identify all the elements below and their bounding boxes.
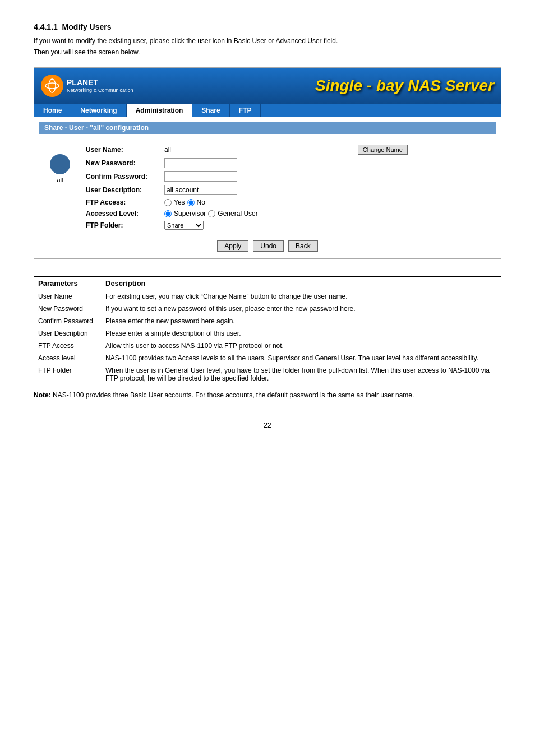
username-label: User Name: [82, 143, 161, 156]
confirm-password-cell [161, 170, 354, 183]
params-row-1-param: New Password [34, 303, 101, 315]
access-level-group: Supervisor General User [164, 210, 488, 217]
planet-logo-text: PLANET Networking & Communication [67, 78, 133, 94]
planet-logo-icon [41, 75, 63, 97]
params-col2-header: Description [101, 276, 501, 290]
new-password-label: New Password: [82, 156, 161, 170]
ftp-access-label: FTP Access: [82, 197, 161, 208]
page-number: 22 [34, 421, 501, 429]
ftp-folder-label: FTP Folder: [82, 219, 161, 231]
svg-point-3 [57, 159, 63, 165]
confirm-password-label: Confirm Password: [82, 170, 161, 183]
row-user-description: User Description: [82, 183, 492, 197]
params-row-4-param: FTP Access [34, 340, 101, 352]
apply-button[interactable]: Apply [217, 240, 248, 252]
access-level-label: Accessed Level: [82, 208, 161, 219]
avatar-col: all [43, 143, 77, 231]
note-label: Note: [34, 391, 51, 399]
ftp-access-yes-radio[interactable] [164, 199, 172, 206]
params-row-6-desc: When the user is in General User level, … [101, 364, 501, 384]
access-level-supervisor-radio[interactable] [164, 210, 172, 217]
form-table: User Name: all Change Name New Password: [82, 143, 492, 231]
intro-text-2: Then you will see the screen below. [34, 48, 501, 56]
ftp-access-no-label: No [197, 198, 205, 206]
params-row-3-desc: Please enter a simple description of thi… [101, 327, 501, 340]
form-buttons: Apply Undo Back [34, 236, 501, 258]
nav-networking[interactable]: Networking [71, 104, 126, 117]
new-password-input[interactable] [164, 158, 237, 168]
back-button[interactable]: Back [288, 240, 318, 252]
params-row-4: FTP AccessAllow this user to access NAS-… [34, 340, 501, 352]
confirm-password-input[interactable] [164, 171, 237, 182]
nav-share[interactable]: Share [192, 104, 229, 117]
form-area: all User Name: all Change Name New Passw… [34, 138, 501, 236]
params-row-1-desc: If you want to set a new password of thi… [101, 303, 501, 315]
ftp-access-group: Yes No [164, 198, 488, 206]
ftp-access-cell: Yes No [161, 197, 492, 208]
note-text: Note: NAS-1100 provides three Basic User… [34, 391, 501, 399]
params-row-0-param: User Name [34, 290, 101, 303]
params-row-5-desc: NAS-1100 provides two Access levels to a… [101, 352, 501, 364]
svg-point-4 [54, 166, 66, 172]
row-access-level: Accessed Level: Supervisor General User [82, 208, 492, 219]
access-level-cell: Supervisor General User [161, 208, 492, 219]
params-row-5-param: Access level [34, 352, 101, 364]
nas-nav: Home Networking Administration Share FTP [34, 104, 501, 117]
nas-title: Single - bay NAS Server [315, 77, 494, 95]
params-row-6: FTP FolderWhen the user is in General Us… [34, 364, 501, 384]
nas-header: PLANET Networking & Communication Single… [34, 68, 501, 104]
params-table: Parameters Description User NameFor exis… [34, 276, 501, 384]
change-name-button[interactable]: Change Name [358, 145, 408, 155]
access-level-general-radio[interactable] [208, 210, 215, 217]
params-row-0-desc: For existing user, you may click “Change… [101, 290, 501, 303]
params-col1-header: Parameters [34, 276, 101, 290]
ftp-access-yes-label: Yes [174, 198, 185, 206]
row-ftp-access: FTP Access: Yes No [82, 197, 492, 208]
planet-logo: PLANET Networking & Communication [41, 75, 133, 97]
nas-panel: PLANET Networking & Communication Single… [34, 67, 501, 259]
change-name-cell: Change Name [354, 143, 492, 156]
svg-point-0 [45, 79, 59, 92]
ftp-access-no-radio[interactable] [187, 199, 195, 206]
params-row-2-desc: Please enter the new password here again… [101, 315, 501, 327]
ftp-folder-select[interactable]: Share [164, 221, 204, 230]
nav-home[interactable]: Home [34, 104, 71, 117]
undo-button[interactable]: Undo [253, 240, 284, 252]
new-password-cell [161, 156, 354, 170]
params-row-1: New PasswordIf you want to set a new pas… [34, 303, 501, 315]
params-row-2: Confirm PasswordPlease enter the new pas… [34, 315, 501, 327]
avatar-label: all [57, 177, 63, 183]
nas-content: Share - User - "all" configuration all U… [34, 122, 501, 258]
user-description-cell [161, 183, 354, 197]
nav-ftp[interactable]: FTP [230, 104, 261, 117]
note-content: NAS-1100 provides three Basic User accou… [53, 391, 414, 399]
row-confirm-password: Confirm Password: [82, 170, 492, 183]
row-ftp-folder: FTP Folder: Share [82, 219, 492, 231]
nav-administration[interactable]: Administration [127, 104, 193, 117]
params-row-3-param: User Description [34, 327, 101, 340]
params-row-6-param: FTP Folder [34, 364, 101, 384]
params-header-row: Parameters Description [34, 276, 501, 290]
section-bar: Share - User - "all" configuration [39, 122, 496, 134]
intro-text-1: If you want to modify the existing user,… [34, 37, 501, 45]
params-row-4-desc: Allow this user to access NAS-1100 via F… [101, 340, 501, 352]
avatar-icon [50, 154, 70, 174]
access-level-general-label: General User [218, 210, 257, 217]
user-description-input[interactable] [164, 185, 237, 195]
access-level-supervisor-label: Supervisor [174, 210, 206, 217]
params-row-3: User DescriptionPlease enter a simple de… [34, 327, 501, 340]
params-row-5: Access levelNAS-1100 provides two Access… [34, 352, 501, 364]
row-new-password: New Password: [82, 156, 492, 170]
params-row-2-param: Confirm Password [34, 315, 101, 327]
section-title: 4.4.1.1 Modify Users [34, 22, 501, 31]
ftp-folder-cell: Share [161, 219, 492, 231]
params-row-0: User NameFor existing user, you may clic… [34, 290, 501, 303]
username-value: all [161, 143, 354, 156]
row-username: User Name: all Change Name [82, 143, 492, 156]
user-description-label: User Description: [82, 183, 161, 197]
